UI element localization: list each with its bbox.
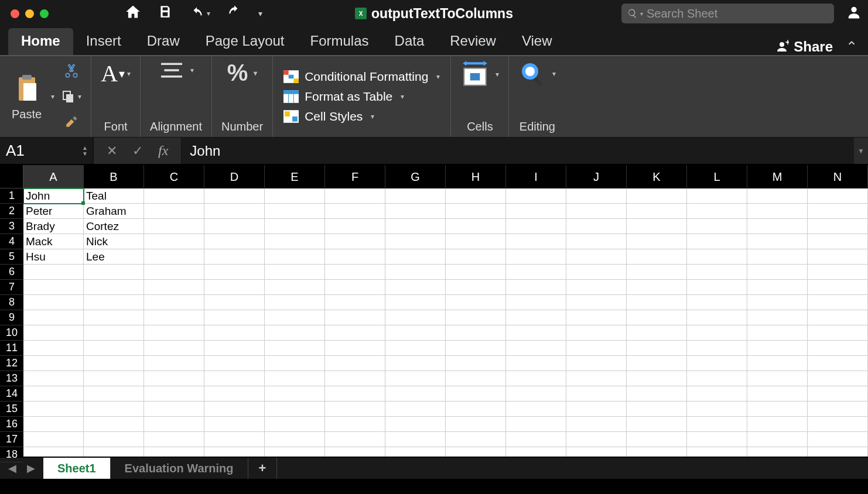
cell-K15[interactable] <box>627 402 687 417</box>
cell-K9[interactable] <box>627 310 687 325</box>
cut-icon[interactable] <box>64 63 79 80</box>
tab-data[interactable]: Data <box>382 28 438 55</box>
cell-B5[interactable]: Lee <box>84 249 144 265</box>
cell-N2[interactable] <box>808 204 868 219</box>
row-header-14[interactable]: 14 <box>0 386 23 402</box>
cells-area[interactable]: JohnTealPeterGrahamBradyCortezMackNickHs… <box>23 188 868 457</box>
cell-N11[interactable] <box>808 341 868 356</box>
column-header-N[interactable]: N <box>808 165 868 188</box>
tab-insert[interactable]: Insert <box>73 28 134 55</box>
cell-I12[interactable] <box>506 356 566 371</box>
cell-D18[interactable] <box>204 447 265 457</box>
cell-C11[interactable] <box>144 341 204 356</box>
cell-D8[interactable] <box>204 295 265 310</box>
cell-E1[interactable] <box>265 188 325 204</box>
cell-A3[interactable]: Brady <box>23 219 84 234</box>
row-header-5[interactable]: 5 <box>0 249 23 265</box>
cell-K2[interactable] <box>627 204 687 219</box>
cell-J15[interactable] <box>566 402 627 417</box>
cell-E5[interactable] <box>265 249 325 265</box>
cell-styles-button[interactable]: Cell Styles▾ <box>283 109 440 124</box>
cell-C13[interactable] <box>144 371 204 386</box>
cell-C9[interactable] <box>144 310 204 325</box>
cell-H17[interactable] <box>446 432 506 447</box>
cell-E17[interactable] <box>265 432 325 447</box>
cell-G3[interactable] <box>385 219 446 234</box>
undo-icon[interactable]: ▾ <box>189 6 210 21</box>
cell-A15[interactable] <box>23 402 84 417</box>
cell-L3[interactable] <box>687 219 747 234</box>
sheet-tab-warning[interactable]: Evaluation Warning <box>111 458 248 479</box>
redo-icon[interactable] <box>227 4 242 23</box>
cell-F14[interactable] <box>325 386 385 402</box>
cell-E16[interactable] <box>265 417 325 432</box>
cell-G13[interactable] <box>385 371 446 386</box>
tab-home[interactable]: Home <box>8 28 73 55</box>
cell-H3[interactable] <box>446 219 506 234</box>
cell-C14[interactable] <box>144 386 204 402</box>
save-icon[interactable] <box>158 4 173 23</box>
cell-K8[interactable] <box>627 295 687 310</box>
cell-N18[interactable] <box>808 447 868 457</box>
cell-J2[interactable] <box>566 204 627 219</box>
cell-B11[interactable] <box>84 341 144 356</box>
cell-C17[interactable] <box>144 432 204 447</box>
cell-J5[interactable] <box>566 249 627 265</box>
cell-K5[interactable] <box>627 249 687 265</box>
row-header-6[interactable]: 6 <box>0 265 23 280</box>
cell-H7[interactable] <box>446 280 506 295</box>
format-painter-icon[interactable] <box>64 113 79 131</box>
search-input[interactable]: ▾ Search Sheet <box>621 4 834 23</box>
column-header-G[interactable]: G <box>385 165 446 188</box>
cell-A14[interactable] <box>23 386 84 402</box>
cell-D17[interactable] <box>204 432 265 447</box>
cell-K16[interactable] <box>627 417 687 432</box>
cell-M5[interactable] <box>747 249 808 265</box>
select-all-corner[interactable] <box>0 165 23 188</box>
cell-A7[interactable] <box>23 280 84 295</box>
cell-I16[interactable] <box>506 417 566 432</box>
cell-K18[interactable] <box>627 447 687 457</box>
cell-E13[interactable] <box>265 371 325 386</box>
cell-M14[interactable] <box>747 386 808 402</box>
font-group[interactable]: A▾▾ Font <box>91 56 141 137</box>
cell-G6[interactable] <box>385 265 446 280</box>
column-header-B[interactable]: B <box>84 165 144 188</box>
column-header-D[interactable]: D <box>204 165 265 188</box>
cell-I10[interactable] <box>506 325 566 341</box>
cell-C6[interactable] <box>144 265 204 280</box>
cell-J3[interactable] <box>566 219 627 234</box>
cell-D10[interactable] <box>204 325 265 341</box>
cell-M2[interactable] <box>747 204 808 219</box>
cell-B13[interactable] <box>84 371 144 386</box>
cell-E3[interactable] <box>265 219 325 234</box>
cell-N15[interactable] <box>808 402 868 417</box>
cell-G14[interactable] <box>385 386 446 402</box>
cell-A6[interactable] <box>23 265 84 280</box>
add-sheet-button[interactable]: + <box>248 458 278 479</box>
cell-H10[interactable] <box>446 325 506 341</box>
cell-H5[interactable] <box>446 249 506 265</box>
row-header-18[interactable]: 18 <box>0 447 23 462</box>
cell-J17[interactable] <box>566 432 627 447</box>
cell-G5[interactable] <box>385 249 446 265</box>
cell-D9[interactable] <box>204 310 265 325</box>
row-header-1[interactable]: 1 <box>0 188 23 204</box>
cell-H9[interactable] <box>446 310 506 325</box>
cell-D6[interactable] <box>204 265 265 280</box>
column-header-E[interactable]: E <box>265 165 325 188</box>
cell-E18[interactable] <box>265 447 325 457</box>
row-header-16[interactable]: 16 <box>0 417 23 432</box>
share-button[interactable]: + Share <box>775 39 833 55</box>
cell-N5[interactable] <box>808 249 868 265</box>
cell-I5[interactable] <box>506 249 566 265</box>
cell-K4[interactable] <box>627 234 687 249</box>
cell-A16[interactable] <box>23 417 84 432</box>
cell-I1[interactable] <box>506 188 566 204</box>
row-header-9[interactable]: 9 <box>0 310 23 325</box>
row-header-10[interactable]: 10 <box>0 325 23 341</box>
column-header-L[interactable]: L <box>687 165 747 188</box>
name-box[interactable]: A1 ▲▼ <box>0 138 94 164</box>
cell-D15[interactable] <box>204 402 265 417</box>
cell-B2[interactable]: Graham <box>84 204 144 219</box>
